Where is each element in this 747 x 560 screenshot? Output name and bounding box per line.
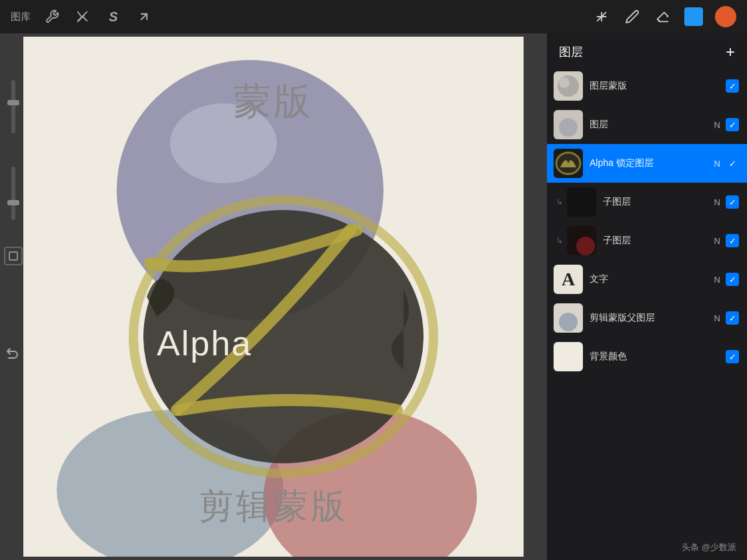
- svg-point-15: [559, 77, 570, 88]
- svg-rect-5: [9, 252, 17, 260]
- shape-tool[interactable]: [4, 247, 23, 265]
- svg-point-26: [559, 313, 578, 331]
- layer-mode: N: [714, 120, 720, 130]
- layer-info: 子图层: [603, 235, 714, 247]
- layers-list: 图层蒙版 图层 N: [547, 67, 747, 560]
- layer-name: 子图层: [603, 235, 714, 247]
- layer-visibility[interactable]: [726, 234, 739, 247]
- layer-thumbnail: [554, 110, 583, 139]
- magic-wand-icon[interactable]: [73, 7, 92, 26]
- layer-thumbnail: [567, 187, 596, 217]
- layer-controls: N: [714, 311, 739, 325]
- layer-visibility[interactable]: [726, 118, 739, 131]
- layer-item[interactable]: 剪辑蒙版父图层 N: [547, 299, 747, 337]
- svg-rect-22: [567, 187, 596, 217]
- layer-thumbnail: [554, 342, 583, 371]
- layer-controls: N: [714, 234, 739, 247]
- wrench-icon[interactable]: [43, 7, 61, 26]
- layer-mode: N: [714, 275, 720, 285]
- watermark: 头条 @少数派: [682, 541, 736, 553]
- layer-thumbnail: [554, 149, 583, 178]
- layer-mode: N: [714, 159, 720, 169]
- layer-controls: [726, 350, 739, 363]
- gallery-button[interactable]: 图库: [11, 11, 31, 23]
- layer-item[interactable]: 背景颜色: [547, 337, 747, 376]
- layer-thumbnail: [554, 71, 583, 101]
- layer-controls: N: [714, 195, 739, 209]
- add-layer-button[interactable]: +: [726, 44, 735, 60]
- brush-size-slider[interactable]: [11, 80, 15, 133]
- layer-mode: N: [714, 197, 720, 207]
- artwork-canvas: 蒙版 Alpha 剪辑蒙版: [23, 37, 524, 557]
- layer-name: 图层蒙版: [590, 80, 726, 92]
- layer-controls: N: [714, 118, 739, 131]
- left-tools: [0, 67, 27, 560]
- layer-thumbnail: A: [554, 265, 583, 294]
- layer-info: Alpha 锁定图层: [590, 157, 714, 169]
- layer-name: 图层: [590, 119, 714, 131]
- layer-visibility[interactable]: [726, 350, 739, 363]
- layer-info: 背景颜色: [590, 351, 726, 363]
- user-avatar[interactable]: [715, 6, 736, 27]
- layers-button[interactable]: [684, 7, 703, 26]
- svg-point-8: [170, 103, 277, 183]
- pencil-icon[interactable]: [623, 7, 642, 26]
- layer-name: Alpha 锁定图层: [590, 157, 714, 169]
- layer-visibility[interactable]: [726, 195, 739, 209]
- toolbar-right: [592, 6, 736, 27]
- layer-thumbnail: [554, 303, 583, 333]
- layer-controls: N: [714, 157, 739, 170]
- eraser-icon[interactable]: [654, 7, 672, 26]
- layer-item[interactable]: ↳ 子图层 N: [547, 183, 747, 221]
- layer-mode: N: [714, 313, 720, 323]
- toolbar: 图库 S: [0, 0, 747, 33]
- layer-item[interactable]: ↳ 子图层 N: [547, 221, 747, 260]
- svg-point-24: [576, 237, 595, 255]
- layer-mode: N: [714, 236, 720, 246]
- child-indicator: ↳: [556, 197, 563, 207]
- layer-info: 图层: [590, 119, 714, 131]
- panel-title: 图层: [559, 44, 583, 60]
- layer-name: 文字: [590, 273, 714, 285]
- toolbar-left: 图库 S: [11, 7, 153, 26]
- layer-visibility[interactable]: [726, 273, 739, 286]
- layer-item-active[interactable]: Alpha 锁定图层 N: [547, 144, 747, 183]
- layer-info: 图层蒙版: [590, 80, 726, 92]
- svg-line-2: [141, 14, 147, 19]
- child-indicator: ↳: [556, 236, 563, 245]
- layer-thumbnail: [567, 226, 596, 255]
- layer-info: 剪辑蒙版父图层: [590, 312, 714, 324]
- svg-rect-27: [554, 342, 583, 371]
- layer-item[interactable]: 图层 N: [547, 105, 747, 144]
- layer-name: 剪辑蒙版父图层: [590, 312, 714, 324]
- panel-header: 图层 +: [547, 33, 747, 67]
- export-icon[interactable]: [135, 7, 153, 26]
- opacity-slider[interactable]: [11, 167, 15, 220]
- pen-icon[interactable]: [592, 7, 611, 26]
- layer-item[interactable]: A 文字 N: [547, 260, 747, 299]
- layer-info: 文字: [590, 273, 714, 285]
- layer-controls: [726, 79, 739, 93]
- sketch-icon[interactable]: S: [104, 7, 123, 26]
- layer-visibility[interactable]: [726, 311, 739, 325]
- layer-name: 背景颜色: [590, 351, 726, 363]
- canvas-area: 蒙版 Alpha 剪辑蒙版: [0, 33, 547, 560]
- layers-panel: 图层 + 图层蒙版: [547, 33, 747, 560]
- layer-item[interactable]: 图层蒙版: [547, 67, 747, 105]
- layer-name: 子图层: [603, 196, 714, 208]
- svg-point-17: [559, 118, 578, 137]
- undo-button[interactable]: [4, 345, 23, 364]
- layer-controls: N: [714, 273, 739, 286]
- layer-visibility[interactable]: [726, 79, 739, 93]
- layer-visibility[interactable]: [726, 157, 739, 170]
- layer-info: 子图层: [603, 196, 714, 208]
